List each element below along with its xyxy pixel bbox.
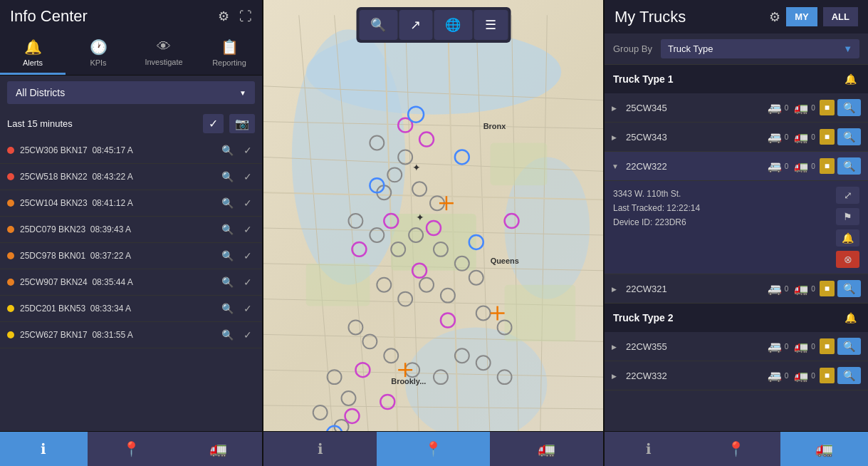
reporting-icon: 📋 (221, 38, 239, 56)
right-nav-location[interactable]: 📍 (692, 432, 780, 466)
alert-search-button[interactable]: 🔍 (219, 249, 236, 263)
alert-search-button[interactable]: 🔍 (219, 196, 236, 210)
truck-icons: 🚐 0 🚛 0 ■ 🔍 (768, 367, 861, 384)
truck-yellow-button[interactable]: ■ (820, 281, 835, 296)
tab-kpis[interactable]: 🕐 KPIs (66, 33, 131, 75)
truck-trailer-icon: 🚛 (794, 101, 808, 115)
alert-check-button[interactable]: ✓ (241, 222, 255, 237)
map-share-button[interactable]: ↗ (399, 10, 432, 40)
map-search-button[interactable]: 🔍 (359, 10, 397, 40)
right-nav-info[interactable]: ℹ (605, 432, 692, 466)
svg-point-40 (441, 289, 455, 303)
truck-search-button[interactable]: 🔍 (837, 128, 861, 145)
truck-search-button[interactable]: 🔍 (837, 338, 861, 355)
toggle-all-button[interactable]: ALL (823, 7, 858, 26)
truck-count-group: 0 (785, 285, 789, 293)
header-icons: ⚙ ⛶ (218, 9, 252, 24)
map-nav-location[interactable]: 📍 (377, 432, 490, 466)
truck-search-button[interactable]: 🔍 (837, 367, 861, 384)
truck-device: Device ID: 223DR6 (613, 215, 700, 229)
expand-icon[interactable] (612, 372, 620, 380)
truck-yellow-button[interactable]: ■ (820, 368, 835, 383)
truck-search-button[interactable]: 🔍 (837, 157, 861, 175)
truck-icon: 🚛 (815, 440, 833, 457)
kpis-icon: 🕐 (90, 38, 108, 56)
truck-bell-button[interactable]: 🔔 (836, 229, 859, 247)
alert-actions: 🔍 ✓ (219, 222, 255, 237)
svg-point-53 (328, 370, 342, 384)
truck-yellow-button[interactable]: ■ (820, 129, 835, 145)
alert-search-button[interactable]: 🔍 (219, 143, 236, 157)
tab-alerts[interactable]: 🔔 Alerts (0, 33, 66, 75)
settings-icon[interactable]: ⚙ (218, 9, 229, 24)
truck-search-button[interactable]: 🔍 (837, 99, 861, 116)
truck-trailer-count-group: 0 (811, 372, 815, 380)
expand-icon[interactable]: ▼ (612, 162, 620, 170)
truck-flag-button[interactable]: ⚑ (836, 208, 859, 225)
filter-check-button[interactable]: ✓ (203, 114, 224, 133)
map-nav-truck[interactable]: 🚛 (490, 432, 603, 466)
alert-dot-orange (7, 200, 14, 207)
filter-camera-button[interactable]: 📷 (229, 114, 255, 133)
svg-rect-22 (391, 214, 476, 271)
truck-yellow-button[interactable]: ■ (820, 158, 835, 174)
expand-icon[interactable] (612, 285, 620, 293)
truck-yellow-button[interactable]: ■ (820, 100, 835, 115)
alert-dot-yellow (7, 305, 14, 312)
tab-reporting[interactable]: 📋 Reporting (197, 33, 262, 75)
truck-search-button[interactable]: 🔍 (837, 280, 861, 297)
alert-actions: 🔍 ✓ (219, 196, 255, 210)
truck-count-group: 0 (785, 162, 789, 170)
alert-dot-orange (7, 252, 14, 259)
alert-search-button[interactable]: 🔍 (219, 170, 236, 184)
truck-move-button[interactable]: ⤢ (836, 187, 859, 204)
truck-icons: 🚐 0 🚛 0 ■ 🔍 (768, 280, 861, 297)
group-by-select[interactable]: Truck Type ▼ (661, 39, 859, 58)
alert-search-button[interactable]: 🔍 (219, 222, 236, 237)
expand-icon[interactable] (612, 104, 620, 112)
alert-check-button[interactable]: ✓ (241, 196, 255, 210)
alert-check-button[interactable]: ✓ (241, 328, 255, 342)
alert-actions: 🔍 ✓ (219, 170, 255, 184)
map-panel: ✦ ✦ Bronx Queens Brookly... 🔍 ↗ 🌐 ☰ ℹ 📍 … (263, 0, 605, 466)
left-nav-info[interactable]: ℹ (0, 432, 88, 466)
right-settings-icon[interactable]: ⚙ (769, 9, 780, 25)
toggle-my-button[interactable]: MY (786, 7, 817, 26)
right-nav-truck[interactable]: 🚛 (780, 432, 868, 466)
truck-id: 22CW355 (626, 341, 762, 352)
tab-investigate[interactable]: 👁 Investigate (131, 33, 197, 75)
alert-dot-red (7, 173, 14, 180)
expand-icon[interactable] (612, 343, 620, 351)
group-by-label: Group By (613, 43, 652, 54)
list-item: 25CW104 BKN23 08:41:12 A 🔍 ✓ (0, 190, 262, 217)
expand-icon[interactable]: ⛶ (239, 9, 252, 24)
map-globe-button[interactable]: 🌐 (434, 10, 472, 40)
alert-check-button[interactable]: ✓ (241, 170, 255, 184)
truck-yellow-button[interactable]: ■ (820, 338, 835, 354)
truck-type-camera-button[interactable]: 🔔 (842, 72, 859, 86)
truck-type-2-camera-button[interactable]: 🔔 (842, 311, 859, 325)
right-header: My Trucks ⚙ MY ALL (605, 0, 868, 33)
alert-search-button[interactable]: 🔍 (219, 328, 236, 342)
tabs-row: 🔔 Alerts 🕐 KPIs 👁 Investigate 📋 Reportin… (0, 33, 262, 76)
alert-check-button[interactable]: ✓ (241, 301, 255, 316)
list-item: 25DC201 BKN53 08:33:34 A 🔍 ✓ (0, 296, 262, 322)
alert-check-button[interactable]: ✓ (241, 143, 255, 157)
truck-vehicle-icon: 🚐 (768, 369, 782, 383)
alert-check-button[interactable]: ✓ (241, 249, 255, 263)
left-nav-location[interactable]: 📍 (88, 432, 175, 466)
svg-rect-23 (306, 264, 370, 306)
alert-check-button[interactable]: ✓ (241, 275, 255, 289)
left-nav-truck[interactable]: 🚛 (174, 432, 262, 466)
truck-trailer-count: 0 (811, 285, 815, 293)
truck-alert-button[interactable]: ⊗ (836, 251, 859, 268)
truck-trailer-count-group: 0 (811, 104, 815, 112)
truck-count-group: 0 (785, 104, 789, 112)
district-select[interactable]: All Districts ▼ (7, 81, 255, 104)
svg-point-39 (419, 278, 434, 292)
alert-search-button[interactable]: 🔍 (219, 275, 236, 289)
alert-search-button[interactable]: 🔍 (219, 301, 236, 316)
expand-icon[interactable] (612, 133, 620, 141)
map-menu-button[interactable]: ☰ (474, 10, 508, 40)
map-nav-info[interactable]: ℹ (263, 432, 377, 466)
